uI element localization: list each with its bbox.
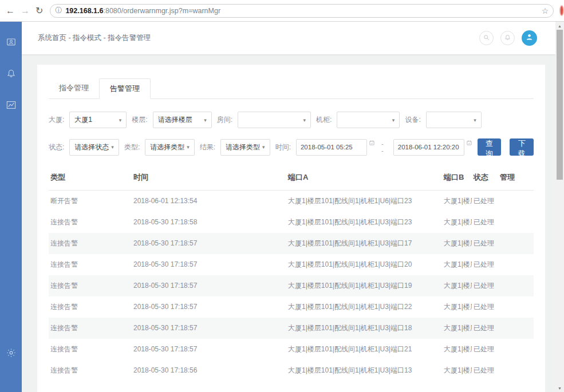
cell-port-b: 大厦1|楼层101|配线间1|机柜1|U6|端口23	[442, 296, 472, 318]
table-row: 连接告警 2018-05-30 17:18:57 大厦1|楼层101|配线间1|…	[49, 254, 534, 275]
cell-manage[interactable]	[498, 191, 534, 212]
chevron-down-icon: ▾	[303, 117, 306, 123]
cell-status: 已处理	[472, 360, 498, 381]
query-button[interactable]: 查询	[478, 138, 502, 156]
user-avatar[interactable]	[522, 30, 537, 46]
bookmark-star-icon[interactable]: ☆	[542, 6, 549, 15]
back-icon[interactable]: ←	[6, 6, 15, 16]
url-bar[interactable]: ⓘ 192.168.1.6 :8080/orderwarnmgr.jsp?m=w…	[50, 4, 554, 18]
cell-port-b: 大厦1|楼层101|配线间1|机柜1|U6|端口13	[442, 233, 472, 254]
room-select[interactable]: ▾	[238, 112, 311, 128]
cell-time: 2018-05-30 17:18:56	[132, 360, 286, 381]
floor-select[interactable]: 请选择楼层 ▾	[153, 112, 212, 128]
notifications-button[interactable]	[500, 31, 515, 45]
select-value: 请选择状态	[74, 142, 109, 152]
cabinet-select[interactable]: ▾	[337, 112, 400, 128]
status-label: 状态:	[49, 142, 64, 152]
calendar-icon[interactable]	[369, 138, 375, 148]
cabinet-label: 机柜:	[316, 115, 332, 125]
cell-port-b: 大厦1|楼层101|配线间1|机柜1|U6|端口20	[442, 254, 472, 275]
cell-manage[interactable]	[498, 318, 534, 339]
cell-alarm-type: 连接告警	[49, 254, 132, 275]
result-select[interactable]: 请选择类型 ▾	[220, 139, 270, 156]
scroll-down-icon[interactable]: ▼	[555, 384, 564, 392]
cell-manage[interactable]	[498, 339, 534, 360]
calendar-icon[interactable]	[466, 138, 472, 148]
download-button[interactable]: 下载	[510, 138, 534, 156]
cell-port-b: 大厦1|楼层101|配线间1|机柜1|U6|端口14	[442, 360, 472, 381]
cell-alarm-type: 连接告警	[49, 360, 132, 381]
cell-port-a: 大厦1|楼层101|配线间1|机柜1|U3|端口20	[286, 254, 442, 275]
cell-manage[interactable]	[498, 233, 534, 254]
sidebar	[0, 22, 22, 392]
cell-alarm-type: 连接告警	[49, 233, 132, 254]
header-actions	[479, 30, 537, 46]
sidebar-item-asset-map[interactable]	[0, 32, 22, 54]
table-row: 连接告警 2018-05-30 17:18:57 大厦1|楼层101|配线间1|…	[49, 318, 534, 339]
chevron-down-icon: ▾	[187, 144, 190, 150]
cell-status: 已处理	[472, 275, 498, 296]
cell-time: 2018-05-30 17:18:57	[132, 233, 286, 254]
column-header: 端口A	[286, 165, 442, 191]
cell-manage[interactable]	[498, 275, 534, 296]
filter-row-location: 大厦: 大厦1 ▾ 楼层: 请选择楼层 ▾ 房间: ▾ 机柜:	[49, 112, 534, 128]
sidebar-item-settings[interactable]	[0, 343, 22, 365]
room-label: 房间:	[217, 115, 232, 125]
cell-alarm-type: 连接告警	[49, 339, 132, 360]
search-button[interactable]	[479, 31, 494, 45]
time-label: 时间:	[275, 142, 291, 152]
page-header: 系统首页 - 指令模式 - 指令告警管理	[22, 22, 555, 54]
cell-alarm-type: 连接告警	[49, 212, 132, 233]
table-row: 连接告警 2018-05-30 17:18:57 大厦1|楼层101|配线间1|…	[49, 275, 534, 296]
device-label: 设备:	[405, 115, 420, 125]
info-icon[interactable]: ⓘ	[55, 6, 62, 15]
cell-time: 2018-05-30 17:18:58	[132, 212, 286, 233]
filter-row-criteria: 状态: 请选择状态 ▾ 类型: 请选择类型 ▾ 结果: 请选择类型 ▾ 时间: …	[49, 138, 534, 156]
cell-alarm-type: 连接告警	[49, 275, 132, 296]
building-select[interactable]: 大厦1 ▾	[69, 112, 127, 128]
user-map-icon	[6, 37, 17, 50]
time-to-input[interactable]: 2018-06-01 12:20:20	[393, 139, 464, 156]
cell-time: 2018-05-30 17:18:57	[132, 339, 286, 360]
sidebar-item-statistics[interactable]	[0, 95, 22, 117]
tab-command-mgmt[interactable]: 指令管理	[49, 78, 99, 98]
cell-time: 2018-05-30 17:18:57	[132, 318, 286, 339]
breadcrumb: 系统首页 - 指令模式 - 指令告警管理	[38, 33, 151, 43]
alarm-table: 类型时间端口A端口B状态管理 断开告警 2018-06-01 12:13:54 …	[49, 165, 534, 381]
sidebar-item-alarms[interactable]	[0, 64, 22, 85]
cell-manage[interactable]	[498, 254, 534, 275]
cell-time: 2018-05-30 17:18:57	[132, 296, 286, 318]
result-label: 结果:	[200, 142, 215, 152]
cell-manage[interactable]	[498, 296, 534, 318]
reload-icon[interactable]: ↻	[36, 5, 43, 16]
browser-profile-icon[interactable]	[559, 5, 564, 16]
select-value: 请选择楼层	[158, 115, 202, 125]
scroll-up-icon[interactable]: ▲	[555, 22, 564, 30]
browser-scrollbar[interactable]: ▲ ▼	[555, 22, 564, 392]
cell-port-a: 大厦1|楼层101|配线间1|机柜1|U3|端口21	[286, 339, 442, 360]
tab-alarm-mgmt[interactable]: 告警管理	[99, 78, 151, 99]
type-select[interactable]: 请选择类型 ▾	[145, 139, 195, 156]
cell-manage[interactable]	[498, 212, 534, 233]
status-select[interactable]: 请选择状态 ▾	[69, 139, 119, 156]
cell-status: 已处理	[472, 296, 498, 318]
main-area: 系统首页 - 指令模式 - 指令告警管理	[22, 22, 555, 392]
device-select[interactable]: ▾	[426, 112, 482, 128]
cell-port-a: 大厦1|楼层101|配线间1|机柜1|U3|端口19	[286, 275, 442, 296]
cell-port-a: 大厦1|楼层101|配线间1|机柜1|U6|端口23	[286, 191, 442, 212]
table-header-row: 类型时间端口A端口B状态管理	[49, 165, 534, 191]
cell-manage[interactable]	[498, 360, 534, 381]
floor-label: 楼层:	[132, 115, 147, 125]
url-host: 192.168.1.6	[65, 7, 103, 15]
forward-icon[interactable]: →	[21, 6, 30, 16]
time-to-wrap: 2018-06-01 12:20:20	[393, 139, 464, 156]
type-label: 类型:	[124, 142, 140, 152]
cell-status: 已处理	[472, 339, 498, 360]
table-row: 连接告警 2018-05-30 17:18:57 大厦1|楼层101|配线间1|…	[49, 339, 534, 360]
select-value: 大厦1	[74, 115, 116, 125]
cell-port-b: 大厦1|楼层101|配线间1|机柜1|U6|端口18	[442, 318, 472, 339]
bell-icon	[6, 68, 17, 81]
scrollbar-thumb[interactable]	[557, 30, 563, 180]
time-from-input[interactable]: 2018-05-01 05:25	[296, 139, 367, 156]
chevron-down-icon: ▾	[119, 117, 122, 123]
